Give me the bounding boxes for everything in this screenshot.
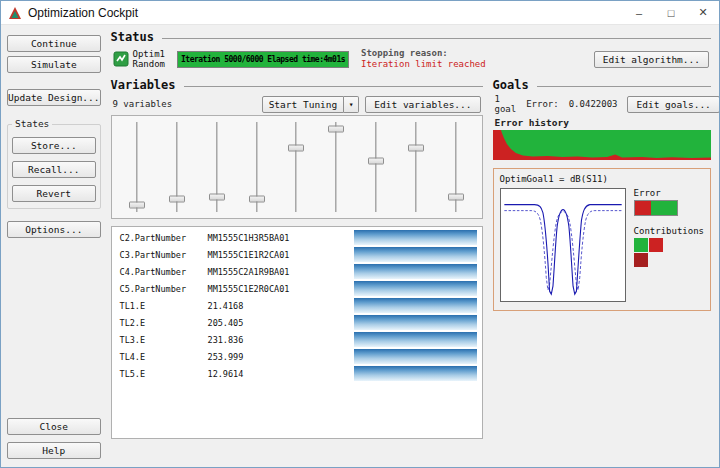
stopping-reason: Stopping reason: Iteration limit reached bbox=[361, 48, 486, 70]
variable-name: TL1.E bbox=[112, 301, 208, 311]
spacer bbox=[7, 77, 101, 89]
variable-slider[interactable] bbox=[240, 120, 274, 214]
variable-value: 253.999 bbox=[208, 352, 354, 362]
variable-slider[interactable] bbox=[200, 120, 234, 214]
variable-value: MM1555C1E1R2CA01 bbox=[208, 250, 354, 260]
minimize-icon[interactable]: – bbox=[623, 1, 655, 24]
table-row[interactable]: TL1.E21.4168 bbox=[112, 297, 482, 314]
contribution-cell bbox=[634, 238, 648, 252]
variable-history-bar bbox=[354, 298, 477, 313]
titlebar[interactable]: Optimization Cockpit – □ ✕ bbox=[1, 1, 719, 25]
optimizer-block: Optim1 Random bbox=[113, 49, 166, 69]
error-value: 0.0422003 bbox=[569, 99, 618, 109]
table-row[interactable]: TL2.E205.405 bbox=[112, 314, 482, 331]
slider-handle[interactable] bbox=[368, 158, 384, 165]
table-row[interactable]: C4.PartNumberMM1555C2A1R9BA01 bbox=[112, 263, 482, 280]
close-icon[interactable]: ✕ bbox=[687, 1, 719, 24]
slider-handle[interactable] bbox=[169, 195, 185, 202]
slider-handle[interactable] bbox=[249, 195, 265, 202]
variable-slider[interactable] bbox=[279, 120, 313, 214]
variable-slider[interactable] bbox=[439, 120, 473, 214]
error-history-label: Error history bbox=[495, 117, 709, 128]
error-bar-red-segment bbox=[635, 201, 652, 215]
slider-track bbox=[295, 122, 297, 212]
variable-sliders-panel bbox=[111, 115, 483, 219]
window-content: Continue Simulate Update Design... State… bbox=[1, 25, 719, 467]
states-group: States Store... Recall... Revert bbox=[7, 124, 101, 209]
variable-history-bar bbox=[354, 349, 477, 364]
variable-name: C2.PartNumber bbox=[112, 233, 208, 243]
store-button[interactable]: Store... bbox=[12, 137, 96, 154]
help-button[interactable]: Help bbox=[7, 442, 101, 459]
status-heading: Status bbox=[111, 29, 711, 45]
slider-track bbox=[415, 122, 417, 212]
variable-value: MM1555C1E2R0CA01 bbox=[208, 284, 354, 294]
variable-slider[interactable] bbox=[120, 120, 154, 214]
close-button[interactable]: Close bbox=[7, 418, 101, 435]
slider-handle[interactable] bbox=[408, 145, 424, 152]
recall-button[interactable]: Recall... bbox=[12, 161, 96, 178]
window-title: Optimization Cockpit bbox=[28, 6, 138, 20]
variable-name: TL2.E bbox=[112, 318, 208, 328]
sidebar-bottom: Close Help bbox=[7, 415, 101, 459]
variable-history-bar bbox=[354, 264, 477, 279]
variable-value: MM1555C2A1R9BA01 bbox=[208, 267, 354, 277]
simulate-button[interactable]: Simulate bbox=[7, 56, 101, 73]
options-button[interactable]: Options... bbox=[7, 221, 101, 238]
goal-count: 1 goal bbox=[495, 94, 517, 114]
error-bar-green-segment bbox=[651, 201, 676, 215]
table-row[interactable]: TL3.E231.836 bbox=[112, 331, 482, 348]
table-row[interactable]: C5.PartNumberMM1555C1E2R0CA01 bbox=[112, 280, 482, 297]
table-row[interactable]: TL5.E12.9614 bbox=[112, 365, 482, 382]
table-row[interactable]: C2.PartNumberMM1555C1H3R5BA01 bbox=[112, 229, 482, 246]
variable-history-bar bbox=[354, 230, 477, 245]
slider-handle[interactable] bbox=[129, 201, 145, 208]
edit-variables-button[interactable]: Edit variables... bbox=[365, 96, 480, 113]
start-tuning-label[interactable]: Start Tuning bbox=[262, 96, 345, 113]
variable-value: 21.4168 bbox=[208, 301, 354, 311]
variable-value: MM1555C1H3R5BA01 bbox=[208, 233, 354, 243]
variable-value: 12.9614 bbox=[208, 369, 354, 379]
variable-slider[interactable] bbox=[399, 120, 433, 214]
variables-section: Variables 9 variables Start Tuning ▾ Edi… bbox=[111, 77, 483, 439]
goal-error-bar bbox=[634, 200, 678, 216]
slider-handle[interactable] bbox=[448, 194, 464, 201]
goals-toolbar: 1 goal Error: 0.0422003 Edit goals... bbox=[493, 93, 711, 115]
slider-handle[interactable] bbox=[328, 126, 344, 133]
variable-name: TL3.E bbox=[112, 335, 208, 345]
progress-text: Iteration 5000/6000 Elapsed time:4m01s bbox=[181, 55, 345, 64]
update-design-button[interactable]: Update Design... bbox=[7, 89, 101, 106]
variable-value: 231.836 bbox=[208, 335, 354, 345]
slider-track bbox=[375, 122, 377, 212]
edit-goals-button[interactable]: Edit goals... bbox=[627, 96, 719, 113]
goal-panel[interactable]: OptimGoal1 = dB(S11) Error bbox=[493, 168, 711, 311]
slider-handle[interactable] bbox=[288, 145, 304, 152]
chevron-down-icon[interactable]: ▾ bbox=[344, 96, 359, 113]
stopping-reason-label: Stopping reason: bbox=[361, 48, 486, 59]
slider-track bbox=[335, 122, 337, 212]
table-row[interactable]: C3.PartNumberMM1555C1E1R2CA01 bbox=[112, 246, 482, 263]
variable-name: C3.PartNumber bbox=[112, 250, 208, 260]
edit-algorithm-button[interactable]: Edit algorithm... bbox=[594, 51, 709, 68]
table-row[interactable]: TL4.E253.999 bbox=[112, 348, 482, 365]
variable-history-bar bbox=[354, 247, 477, 262]
variable-name: TL5.E bbox=[112, 369, 208, 379]
variable-slider[interactable] bbox=[160, 120, 194, 214]
states-group-label: States bbox=[12, 118, 52, 129]
revert-button[interactable]: Revert bbox=[12, 185, 96, 202]
start-tuning-dropdown[interactable]: Start Tuning ▾ bbox=[262, 96, 360, 113]
optimization-cockpit-window: Optimization Cockpit – □ ✕ Continue Simu… bbox=[0, 0, 720, 468]
variable-slider[interactable] bbox=[319, 120, 353, 214]
goal-error-label: Error bbox=[634, 188, 704, 198]
contribution-cell bbox=[649, 238, 663, 252]
variable-history-bar bbox=[354, 332, 477, 347]
optimizer-name: Optim1 bbox=[133, 49, 166, 59]
slider-handle[interactable] bbox=[209, 194, 225, 201]
variable-slider[interactable] bbox=[359, 120, 393, 214]
continue-button[interactable]: Continue bbox=[7, 35, 101, 52]
main-area: Status Optim1 Random Iteration 5000/6000… bbox=[107, 25, 719, 467]
variable-history-bar bbox=[354, 315, 477, 330]
error-history-chart bbox=[493, 130, 711, 160]
iteration-progress-bar: Iteration 5000/6000 Elapsed time:4m01s bbox=[177, 51, 349, 68]
maximize-icon[interactable]: □ bbox=[655, 1, 687, 24]
